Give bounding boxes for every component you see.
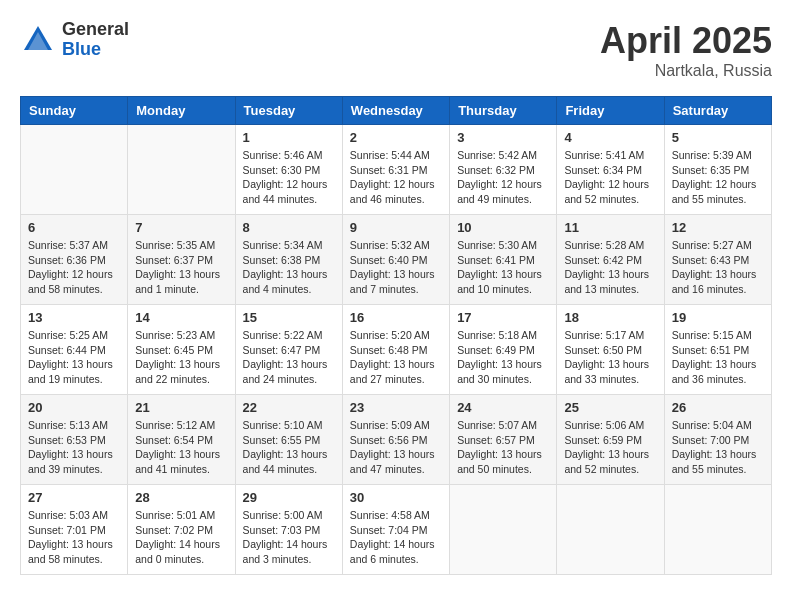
day-number: 18: [564, 310, 656, 325]
calendar-cell: [21, 125, 128, 215]
calendar-week-5: 27Sunrise: 5:03 AM Sunset: 7:01 PM Dayli…: [21, 485, 772, 575]
day-number: 23: [350, 400, 442, 415]
day-number: 5: [672, 130, 764, 145]
calendar-week-3: 13Sunrise: 5:25 AM Sunset: 6:44 PM Dayli…: [21, 305, 772, 395]
calendar-cell: 11Sunrise: 5:28 AM Sunset: 6:42 PM Dayli…: [557, 215, 664, 305]
calendar-cell: [450, 485, 557, 575]
calendar-week-2: 6Sunrise: 5:37 AM Sunset: 6:36 PM Daylig…: [21, 215, 772, 305]
day-info: Sunrise: 5:22 AM Sunset: 6:47 PM Dayligh…: [243, 328, 335, 387]
calendar-table: SundayMondayTuesdayWednesdayThursdayFrid…: [20, 96, 772, 575]
calendar-cell: 21Sunrise: 5:12 AM Sunset: 6:54 PM Dayli…: [128, 395, 235, 485]
day-number: 26: [672, 400, 764, 415]
day-info: Sunrise: 5:41 AM Sunset: 6:34 PM Dayligh…: [564, 148, 656, 207]
calendar-week-4: 20Sunrise: 5:13 AM Sunset: 6:53 PM Dayli…: [21, 395, 772, 485]
title-month: April 2025: [600, 20, 772, 62]
day-number: 4: [564, 130, 656, 145]
weekday-header-wednesday: Wednesday: [342, 97, 449, 125]
calendar-week-1: 1Sunrise: 5:46 AM Sunset: 6:30 PM Daylig…: [21, 125, 772, 215]
day-info: Sunrise: 5:03 AM Sunset: 7:01 PM Dayligh…: [28, 508, 120, 567]
day-info: Sunrise: 5:25 AM Sunset: 6:44 PM Dayligh…: [28, 328, 120, 387]
calendar-cell: 19Sunrise: 5:15 AM Sunset: 6:51 PM Dayli…: [664, 305, 771, 395]
calendar-cell: 17Sunrise: 5:18 AM Sunset: 6:49 PM Dayli…: [450, 305, 557, 395]
calendar-cell: 26Sunrise: 5:04 AM Sunset: 7:00 PM Dayli…: [664, 395, 771, 485]
calendar-cell: 13Sunrise: 5:25 AM Sunset: 6:44 PM Dayli…: [21, 305, 128, 395]
calendar-cell: 7Sunrise: 5:35 AM Sunset: 6:37 PM Daylig…: [128, 215, 235, 305]
calendar-cell: 30Sunrise: 4:58 AM Sunset: 7:04 PM Dayli…: [342, 485, 449, 575]
day-info: Sunrise: 5:34 AM Sunset: 6:38 PM Dayligh…: [243, 238, 335, 297]
day-number: 25: [564, 400, 656, 415]
calendar-cell: 6Sunrise: 5:37 AM Sunset: 6:36 PM Daylig…: [21, 215, 128, 305]
calendar-cell: 28Sunrise: 5:01 AM Sunset: 7:02 PM Dayli…: [128, 485, 235, 575]
logo-icon: [20, 22, 56, 58]
title-block: April 2025 Nartkala, Russia: [600, 20, 772, 80]
day-number: 30: [350, 490, 442, 505]
day-info: Sunrise: 5:17 AM Sunset: 6:50 PM Dayligh…: [564, 328, 656, 387]
calendar-cell: 16Sunrise: 5:20 AM Sunset: 6:48 PM Dayli…: [342, 305, 449, 395]
day-number: 1: [243, 130, 335, 145]
day-number: 17: [457, 310, 549, 325]
day-number: 2: [350, 130, 442, 145]
logo-general: General: [62, 20, 129, 40]
day-info: Sunrise: 5:32 AM Sunset: 6:40 PM Dayligh…: [350, 238, 442, 297]
calendar-cell: 9Sunrise: 5:32 AM Sunset: 6:40 PM Daylig…: [342, 215, 449, 305]
calendar-cell: 8Sunrise: 5:34 AM Sunset: 6:38 PM Daylig…: [235, 215, 342, 305]
day-number: 27: [28, 490, 120, 505]
day-number: 7: [135, 220, 227, 235]
day-info: Sunrise: 5:28 AM Sunset: 6:42 PM Dayligh…: [564, 238, 656, 297]
day-info: Sunrise: 5:01 AM Sunset: 7:02 PM Dayligh…: [135, 508, 227, 567]
calendar-cell: 29Sunrise: 5:00 AM Sunset: 7:03 PM Dayli…: [235, 485, 342, 575]
logo: General Blue: [20, 20, 129, 60]
calendar-cell: 5Sunrise: 5:39 AM Sunset: 6:35 PM Daylig…: [664, 125, 771, 215]
calendar-cell: 12Sunrise: 5:27 AM Sunset: 6:43 PM Dayli…: [664, 215, 771, 305]
weekday-header-thursday: Thursday: [450, 97, 557, 125]
day-number: 9: [350, 220, 442, 235]
day-info: Sunrise: 5:23 AM Sunset: 6:45 PM Dayligh…: [135, 328, 227, 387]
day-number: 15: [243, 310, 335, 325]
day-info: Sunrise: 5:12 AM Sunset: 6:54 PM Dayligh…: [135, 418, 227, 477]
day-number: 14: [135, 310, 227, 325]
day-info: Sunrise: 5:35 AM Sunset: 6:37 PM Dayligh…: [135, 238, 227, 297]
day-number: 29: [243, 490, 335, 505]
day-number: 24: [457, 400, 549, 415]
calendar-cell: 14Sunrise: 5:23 AM Sunset: 6:45 PM Dayli…: [128, 305, 235, 395]
day-info: Sunrise: 5:46 AM Sunset: 6:30 PM Dayligh…: [243, 148, 335, 207]
day-info: Sunrise: 5:07 AM Sunset: 6:57 PM Dayligh…: [457, 418, 549, 477]
day-number: 10: [457, 220, 549, 235]
calendar-cell: 2Sunrise: 5:44 AM Sunset: 6:31 PM Daylig…: [342, 125, 449, 215]
calendar-cell: [557, 485, 664, 575]
day-info: Sunrise: 5:44 AM Sunset: 6:31 PM Dayligh…: [350, 148, 442, 207]
weekday-header-sunday: Sunday: [21, 97, 128, 125]
day-number: 19: [672, 310, 764, 325]
weekday-header-saturday: Saturday: [664, 97, 771, 125]
calendar-cell: 22Sunrise: 5:10 AM Sunset: 6:55 PM Dayli…: [235, 395, 342, 485]
weekday-header-tuesday: Tuesday: [235, 97, 342, 125]
day-number: 28: [135, 490, 227, 505]
day-number: 16: [350, 310, 442, 325]
calendar-cell: 1Sunrise: 5:46 AM Sunset: 6:30 PM Daylig…: [235, 125, 342, 215]
day-number: 21: [135, 400, 227, 415]
weekday-header-friday: Friday: [557, 97, 664, 125]
day-number: 11: [564, 220, 656, 235]
day-number: 20: [28, 400, 120, 415]
day-number: 3: [457, 130, 549, 145]
day-info: Sunrise: 5:20 AM Sunset: 6:48 PM Dayligh…: [350, 328, 442, 387]
day-info: Sunrise: 5:27 AM Sunset: 6:43 PM Dayligh…: [672, 238, 764, 297]
day-info: Sunrise: 5:04 AM Sunset: 7:00 PM Dayligh…: [672, 418, 764, 477]
weekday-header-row: SundayMondayTuesdayWednesdayThursdayFrid…: [21, 97, 772, 125]
day-info: Sunrise: 5:30 AM Sunset: 6:41 PM Dayligh…: [457, 238, 549, 297]
day-number: 22: [243, 400, 335, 415]
day-info: Sunrise: 4:58 AM Sunset: 7:04 PM Dayligh…: [350, 508, 442, 567]
calendar-cell: 20Sunrise: 5:13 AM Sunset: 6:53 PM Dayli…: [21, 395, 128, 485]
day-info: Sunrise: 5:37 AM Sunset: 6:36 PM Dayligh…: [28, 238, 120, 297]
day-info: Sunrise: 5:42 AM Sunset: 6:32 PM Dayligh…: [457, 148, 549, 207]
calendar-cell: [128, 125, 235, 215]
calendar-cell: 10Sunrise: 5:30 AM Sunset: 6:41 PM Dayli…: [450, 215, 557, 305]
logo-blue: Blue: [62, 40, 129, 60]
day-info: Sunrise: 5:18 AM Sunset: 6:49 PM Dayligh…: [457, 328, 549, 387]
logo-text: General Blue: [62, 20, 129, 60]
title-location: Nartkala, Russia: [600, 62, 772, 80]
day-info: Sunrise: 5:10 AM Sunset: 6:55 PM Dayligh…: [243, 418, 335, 477]
calendar-cell: 4Sunrise: 5:41 AM Sunset: 6:34 PM Daylig…: [557, 125, 664, 215]
calendar-cell: 25Sunrise: 5:06 AM Sunset: 6:59 PM Dayli…: [557, 395, 664, 485]
day-number: 8: [243, 220, 335, 235]
